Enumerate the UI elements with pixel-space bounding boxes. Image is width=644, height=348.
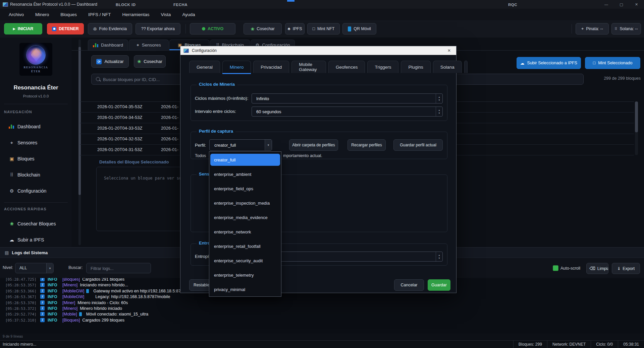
group-title: Perfil de captura	[197, 129, 235, 134]
block-id-cell: 2026-01-20T04-35-53Z	[97, 104, 142, 109]
blockchain-icon: ⠿	[9, 172, 15, 178]
guardar-perfil-button[interactable]: Guardar perfil actual	[393, 139, 443, 151]
sidebar-item-configuracion[interactable]: ⚙ Configuración	[0, 186, 72, 197]
search-icon	[96, 77, 100, 81]
cancelar-button[interactable]: Cancelar	[394, 279, 424, 291]
sidebar-action-subir-ipfs[interactable]: ☁ Subir a IPFS	[0, 234, 72, 246]
menu-archivo[interactable]: Archivo	[9, 12, 24, 17]
menu-minero[interactable]: Minero	[35, 12, 49, 17]
mint-nft-button[interactable]: □ Mint NFT	[307, 23, 340, 34]
qr-label: QR Móvil	[354, 26, 371, 31]
log-level-select[interactable]: ALL	[15, 263, 54, 273]
dialog-title: Configuración	[192, 48, 217, 53]
dropdown-item[interactable]: enterprise_network	[209, 225, 281, 239]
autoscroll-checkbox[interactable]	[553, 265, 558, 271]
log-line: [05:37:52.310]INFO[Bloques]Cargados 299 …	[5, 317, 644, 323]
minimize-button[interactable]: —	[599, 0, 614, 9]
subir-seleccionado-button[interactable]: ☁ Subir Seleccionado a IPFS	[517, 57, 581, 69]
guardar-button[interactable]: Guardar	[428, 279, 450, 291]
log-line: [05:29:52.774]INFO[Mobile]Móvil conectad…	[5, 311, 644, 317]
sidebar-item-label: Sensores	[17, 140, 37, 145]
exportar-ahora-button[interactable]: ?? Exportar ahora	[136, 23, 180, 34]
mint-seleccionado-button[interactable]: □ Mint Seleccionado	[585, 57, 640, 69]
settings-tab-privacidad[interactable]: Privacidad	[253, 61, 289, 73]
settings-tab-overflow[interactable]	[464, 61, 468, 73]
spinner-arrows-icon[interactable]	[436, 252, 442, 261]
spinner-arrows-icon[interactable]	[436, 94, 442, 103]
limpiar-button[interactable]: ⌫ Limpiar	[586, 263, 608, 274]
settings-tab-mobile-gateway[interactable]: Mobile Gateway	[291, 61, 326, 73]
menu-bloques[interactable]: Bloques	[60, 12, 77, 17]
qr-movil-button[interactable]: QR Móvil	[342, 23, 376, 34]
menu-herramientas[interactable]: Herramientas	[122, 12, 150, 17]
activo-label: ACTIVO	[208, 26, 223, 31]
actualizar-button[interactable]: ⟳ Actualizar	[91, 55, 129, 68]
settings-tab-minero-active[interactable]: Minero	[222, 61, 251, 73]
intervalo-spinner[interactable]: 60 segundos	[252, 107, 443, 117]
ciclos-maximos-label: Ciclos máximos (0=infinito):	[195, 96, 248, 101]
abrir-carpeta-button[interactable]: Abrir carpeta de perfiles	[289, 139, 338, 151]
sidebar-item-dashboard[interactable]: Dashboard	[0, 121, 72, 133]
fecha-cell: 2026-01-	[161, 147, 178, 152]
solana-icon: ⠿	[614, 27, 617, 31]
menu-ayuda[interactable]: Ayuda	[182, 12, 195, 17]
log-filter-input[interactable]	[90, 263, 150, 274]
sidebar-item-sensores[interactable]: ⌖ Sensores	[0, 137, 72, 149]
settings-tab-triggers[interactable]: Triggers	[367, 61, 398, 73]
recargar-perfiles-button[interactable]: Recargar perfiles	[347, 139, 386, 151]
settings-tab-general[interactable]: General	[189, 61, 220, 73]
group-title: Ciclos de Minería	[197, 82, 237, 87]
settings-tab-plugins[interactable]: Plugins	[401, 61, 430, 73]
cosechar-button[interactable]: ❀ Cosechar	[244, 23, 282, 34]
dropdown-item[interactable]: enterprise_media_evidence	[209, 210, 281, 225]
dropdown-item[interactable]: privacy_minimal	[209, 282, 281, 297]
spinner-arrows-icon[interactable]	[436, 107, 442, 116]
sidebar-item-blockchain[interactable]: ⠿ Blockchain	[0, 169, 72, 181]
ipfs-button[interactable]: ♣ IPFS	[285, 23, 305, 34]
ciclos-maximos-spinner[interactable]: Infinito	[252, 93, 443, 103]
cosechar-blocks-button[interactable]: ❀ Cosechar	[134, 55, 166, 68]
foto-label: Foto Evidencia	[99, 26, 127, 31]
close-button[interactable]: ✕	[629, 0, 644, 9]
foto-evidencia-button[interactable]: ✇ Foto Evidencia	[88, 23, 132, 34]
table-scrollbar-thumb[interactable]	[635, 101, 638, 132]
block-id-cell: 2026-01-20T04-31-53Z	[97, 147, 142, 152]
export-button[interactable]: ⇓ Export	[612, 263, 640, 274]
plant-icon: ❀	[9, 221, 15, 226]
toolbar-separator	[185, 24, 186, 33]
nivel-label: Nivel:	[3, 265, 13, 270]
divider	[4, 104, 68, 104]
dropdown-item[interactable]: enterprise_telemetry	[209, 268, 281, 282]
details-placeholder-text: Selecciona un bloque para ver sus	[104, 176, 184, 181]
mint-label: Mint Seleccionado	[598, 61, 632, 65]
iniciar-button[interactable]: ▶ INICIAR	[4, 23, 42, 34]
phone-icon	[86, 289, 89, 293]
perfil-combobox[interactable]: creator_full	[209, 139, 272, 151]
app-logo: RESONANCIA ÉTER	[19, 43, 52, 76]
tab-sensores[interactable]: ⌖ Sensores	[129, 40, 169, 50]
dropdown-item[interactable]: enterprise_field_ops	[209, 182, 281, 196]
dropdown-item[interactable]: enterprise_security_audit	[209, 254, 281, 268]
dropdown-item-selected[interactable]: creator_full	[210, 154, 280, 166]
cosechar-label: Cosechar	[144, 59, 162, 64]
dropdown-item[interactable]: enterprise_retail_footfall	[209, 239, 281, 254]
settings-tab-solana[interactable]: Solana	[433, 61, 462, 73]
dropdown-item[interactable]: enterprise_inspection_media	[209, 196, 281, 210]
perfil-value: creator_full	[214, 143, 236, 148]
settings-tab-geofences[interactable]: Geofences	[328, 61, 365, 73]
menu-vista[interactable]: Vista	[161, 12, 171, 17]
menu-ipfs-nft[interactable]: IPFS / NFT	[88, 12, 111, 17]
dialog-close-button[interactable]: ✕	[442, 46, 456, 55]
sidebar-item-bloques[interactable]: ▣ Bloques	[0, 153, 72, 165]
dropdown-item[interactable]: enterprise_ambient	[209, 167, 281, 182]
info-icon	[40, 283, 45, 287]
block-id-cell: 2026-01-20T04-33-53Z	[97, 126, 142, 131]
info-icon	[40, 312, 45, 316]
status-clock: 05:38:31	[618, 341, 644, 348]
detener-button[interactable]: DETENER	[47, 23, 84, 34]
sidebar-action-cosechar-bloques[interactable]: ❀ Cosechar Bloques	[0, 218, 72, 230]
sidebar-item-label: Bloques	[17, 156, 35, 161]
tab-dashboard[interactable]: Dashboard	[88, 40, 128, 50]
maximize-button[interactable]: ▢	[614, 0, 629, 9]
log-line: [05:28:53.370]INFO[Miner]Minero iniciado…	[5, 300, 644, 305]
